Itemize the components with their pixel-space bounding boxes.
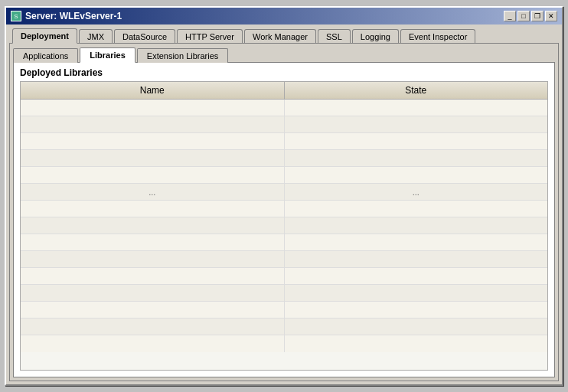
tab-extension-libraries[interactable]: Extension Libraries bbox=[137, 48, 229, 63]
table-row: ... ... bbox=[21, 184, 547, 201]
table-row bbox=[21, 167, 547, 184]
cell-state: ... bbox=[285, 184, 548, 200]
cell-name bbox=[21, 150, 285, 166]
cell-name bbox=[21, 268, 285, 284]
table-row bbox=[21, 217, 547, 234]
cell-name bbox=[21, 302, 285, 318]
cell-state bbox=[285, 150, 548, 166]
cell-name bbox=[21, 100, 285, 116]
table-row bbox=[21, 100, 547, 116]
table-row bbox=[21, 251, 547, 268]
secondary-tab-bar: Applications Libraries Extension Librari… bbox=[10, 44, 558, 62]
cell-name bbox=[21, 167, 285, 183]
cell-name bbox=[21, 133, 285, 149]
window-icon: S bbox=[11, 11, 21, 21]
table-row bbox=[21, 133, 547, 150]
cell-name bbox=[21, 217, 285, 234]
cell-state bbox=[285, 285, 548, 301]
tab-ssl[interactable]: SSL bbox=[318, 29, 351, 44]
section-title: Deployed Libraries bbox=[14, 63, 554, 81]
column-state: State bbox=[285, 82, 548, 99]
cell-state bbox=[285, 251, 548, 267]
title-controls: _ □ ❐ ✕ bbox=[504, 11, 557, 21]
cell-state bbox=[285, 201, 548, 217]
tab-jmx[interactable]: JMX bbox=[79, 29, 113, 44]
table-header: Name State bbox=[21, 82, 547, 100]
table-row bbox=[21, 285, 547, 302]
title-bar: S Server: WLEvServer-1 _ □ ❐ ✕ bbox=[6, 8, 562, 24]
tab-content-area: Applications Libraries Extension Librari… bbox=[9, 43, 559, 381]
cell-name bbox=[21, 116, 285, 132]
table-row bbox=[21, 201, 547, 217]
cell-name bbox=[21, 335, 285, 352]
cell-state bbox=[285, 302, 548, 318]
table-row bbox=[21, 234, 547, 251]
tab-work-manager[interactable]: Work Manager bbox=[244, 29, 316, 44]
tab-libraries[interactable]: Libraries bbox=[80, 47, 135, 63]
minimize-button[interactable]: _ bbox=[504, 11, 516, 21]
table-row bbox=[21, 268, 547, 285]
tab-datasource[interactable]: DataSource bbox=[114, 29, 175, 44]
cell-state bbox=[285, 217, 548, 234]
title-bar-left: S Server: WLEvServer-1 bbox=[11, 11, 122, 21]
cell-state bbox=[285, 234, 548, 250]
cell-name bbox=[21, 234, 285, 250]
tab-http-server[interactable]: HTTP Server bbox=[177, 29, 243, 44]
cell-state bbox=[285, 167, 548, 183]
table-row bbox=[21, 116, 547, 133]
cell-name bbox=[21, 201, 285, 217]
inner-content: Deployed Libraries Name State bbox=[13, 62, 555, 377]
maximize-button[interactable]: □ bbox=[517, 11, 530, 21]
tab-logging[interactable]: Logging bbox=[352, 29, 399, 44]
tab-event-inspector[interactable]: Event Inspector bbox=[400, 29, 475, 44]
table-row bbox=[21, 302, 547, 318]
window-title: Server: WLEvServer-1 bbox=[25, 11, 122, 21]
cell-state bbox=[285, 268, 548, 284]
cell-name bbox=[21, 285, 285, 301]
cell-state bbox=[285, 335, 548, 352]
table-row bbox=[21, 150, 547, 167]
table-row bbox=[21, 335, 547, 352]
primary-tab-bar: Deployment JMX DataSource HTTP Server Wo… bbox=[9, 28, 559, 43]
cell-name bbox=[21, 318, 285, 335]
cell-state bbox=[285, 116, 548, 132]
cell-name bbox=[21, 251, 285, 267]
cell-state bbox=[285, 318, 548, 335]
restore-button[interactable]: ❐ bbox=[531, 11, 544, 21]
tab-applications[interactable]: Applications bbox=[13, 48, 78, 63]
tab-deployment[interactable]: Deployment bbox=[12, 28, 77, 44]
cell-name: ... bbox=[21, 184, 285, 200]
main-window: S Server: WLEvServer-1 _ □ ❐ ✕ Deploymen… bbox=[5, 6, 563, 386]
table-body: ... ... bbox=[21, 100, 547, 370]
deployed-libraries-table: Name State bbox=[20, 81, 548, 371]
close-button[interactable]: ✕ bbox=[545, 11, 557, 21]
window-content: Deployment JMX DataSource HTTP Server Wo… bbox=[6, 24, 562, 384]
column-name: Name bbox=[21, 82, 285, 99]
cell-state bbox=[285, 100, 548, 116]
cell-state bbox=[285, 133, 548, 149]
table-row bbox=[21, 318, 547, 335]
